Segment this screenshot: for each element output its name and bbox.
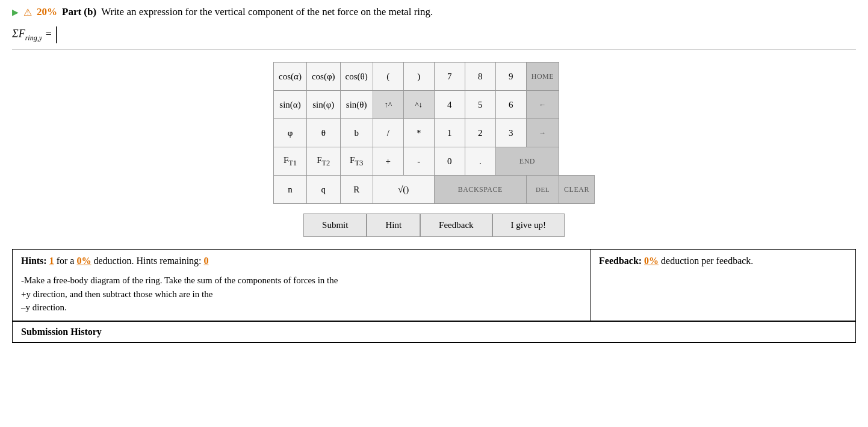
keypad-1[interactable]: 1 <box>435 119 465 147</box>
part-header: ▶ ⚠ 20% Part (b) Write an expression for… <box>12 6 856 18</box>
hint-line-2: +y direction, and then subtract those wh… <box>21 287 581 301</box>
submit-button[interactable]: Submit <box>303 214 367 237</box>
keypad-table: cos(α) cos(φ) cos(θ) ( ) 7 <box>273 62 595 204</box>
keypad-b[interactable]: b <box>341 119 373 147</box>
keypad-ft3[interactable]: FT3 <box>341 147 373 175</box>
keypad-cell: FT2 <box>306 147 340 176</box>
hints-section: Hints: 1 for a 0% deduction. Hints remai… <box>13 250 591 321</box>
hint-text: -Make a free-body diagram of the ring. T… <box>21 274 581 315</box>
keypad-minus[interactable]: - <box>404 147 434 175</box>
feedback-label: Feedback: <box>599 256 642 266</box>
keypad-close-paren[interactable]: ) <box>404 63 434 90</box>
keypad-sin-phi[interactable]: sin(φ) <box>307 91 340 118</box>
give-up-button[interactable]: I give up! <box>492 214 565 237</box>
keypad-cell: n <box>274 176 307 204</box>
answer-input[interactable] <box>56 26 856 43</box>
keypad-4[interactable]: 4 <box>435 91 465 118</box>
keypad-cell: FT1 <box>274 147 307 176</box>
keypad-cell: ^↓ <box>403 91 434 119</box>
keypad-divide[interactable]: / <box>373 119 403 147</box>
keypad-cell: * <box>403 119 434 147</box>
keypad-cos-phi[interactable]: cos(φ) <box>307 63 340 90</box>
keypad-cell-clear: CLEAR <box>559 176 595 204</box>
keypad-cell: cos(θ) <box>340 63 373 91</box>
hints-deduction-percent: 0% <box>76 256 91 266</box>
submission-history-title: Submission History <box>21 327 102 337</box>
hints-label: Hints: <box>21 256 47 266</box>
keypad-superscript-up[interactable]: ↑^ <box>373 91 403 118</box>
keypad-cell: ) <box>403 63 434 91</box>
keypad-r[interactable]: R <box>341 176 373 203</box>
keypad-row-2: sin(α) sin(φ) sin(θ) ↑^ ^↓ 4 <box>274 91 595 119</box>
hints-deduction-suffix: deduction. Hints remaining: <box>93 256 201 266</box>
keypad-row-1: cos(α) cos(φ) cos(θ) ( ) 7 <box>274 63 595 91</box>
keypad-sin-alpha[interactable]: sin(α) <box>274 91 306 118</box>
keypad-sqrt[interactable]: √() <box>373 176 434 203</box>
keypad-cell: 7 <box>434 63 465 91</box>
keypad-3[interactable]: 3 <box>496 119 526 147</box>
keypad-dot[interactable]: . <box>465 147 495 175</box>
action-buttons: Submit Hint Feedback I give up! <box>12 214 856 237</box>
keypad-n[interactable]: n <box>274 176 306 203</box>
hints-header: Hints: 1 for a 0% deduction. Hints remai… <box>21 256 581 266</box>
keypad-cell: 0 <box>434 147 465 176</box>
warning-icon: ⚠ <box>23 7 32 18</box>
keypad-row-3: φ θ b / * 1 <box>274 119 595 147</box>
keypad-cos-theta[interactable]: cos(θ) <box>341 63 373 90</box>
keypad-0[interactable]: 0 <box>435 147 465 175</box>
keypad-8[interactable]: 8 <box>465 63 495 90</box>
keypad-7[interactable]: 7 <box>435 63 465 90</box>
hints-feedback-row: Hints: 1 for a 0% deduction. Hints remai… <box>12 249 856 321</box>
keypad-cell: φ <box>274 119 307 147</box>
keypad-wrapper: cos(α) cos(φ) cos(θ) ( ) 7 <box>12 62 856 204</box>
keypad-sin-theta[interactable]: sin(θ) <box>341 91 373 118</box>
keypad-home[interactable]: HOME <box>527 63 559 90</box>
keypad-2[interactable]: 2 <box>465 119 495 147</box>
keypad-9[interactable]: 9 <box>496 63 526 90</box>
feedback-button[interactable]: Feedback <box>420 214 492 237</box>
keypad-clear[interactable]: CLEAR <box>559 176 594 203</box>
keypad-backspace[interactable]: BACKSPACE <box>435 176 526 203</box>
keypad-del[interactable]: DEL <box>527 176 559 203</box>
keypad-q[interactable]: q <box>307 176 340 203</box>
keypad-cell: cos(α) <box>274 63 307 91</box>
keypad-cell: 1 <box>434 119 465 147</box>
hint-line-3: –y direction. <box>21 301 581 315</box>
keypad-cell: / <box>373 119 403 147</box>
keypad-cell: ← <box>526 91 559 119</box>
keypad-cell-backspace: BACKSPACE <box>434 176 526 204</box>
play-icon: ▶ <box>12 7 19 17</box>
keypad-forward-arrow[interactable]: → <box>527 119 559 147</box>
keypad-cell: 8 <box>465 63 495 91</box>
hints-for-label: for a <box>57 256 75 266</box>
keypad-theta[interactable]: θ <box>307 119 340 147</box>
keypad-cell: 5 <box>465 91 495 119</box>
keypad-cell: - <box>403 147 434 176</box>
keypad-cell-del: DEL <box>526 176 559 204</box>
keypad-cell: 3 <box>495 119 526 147</box>
keypad-cell: FT3 <box>340 147 373 176</box>
feedback-suffix: deduction per feedback. <box>661 256 753 266</box>
keypad-cell: ↑^ <box>373 91 403 119</box>
part-question: Write an expression for the vertical com… <box>101 6 433 18</box>
keypad-superscript-down[interactable]: ^↓ <box>404 91 434 118</box>
hint-button[interactable]: Hint <box>367 214 420 237</box>
keypad-6[interactable]: 6 <box>496 91 526 118</box>
feedback-percent: 0% <box>644 256 659 266</box>
keypad-row-4: FT1 FT2 FT3 + - 0 <box>274 147 595 176</box>
keypad-cell: cos(φ) <box>306 63 340 91</box>
keypad-ft2[interactable]: FT2 <box>307 147 340 175</box>
keypad-cell: θ <box>306 119 340 147</box>
hint-count: 1 <box>49 256 54 266</box>
keypad-ft1[interactable]: FT1 <box>274 147 306 175</box>
keypad-end[interactable]: END <box>496 147 559 175</box>
keypad-cell: 2 <box>465 119 495 147</box>
feedback-section: Feedback: 0% deduction per feedback. <box>591 250 855 321</box>
keypad-phi[interactable]: φ <box>274 119 306 147</box>
keypad-open-paren[interactable]: ( <box>373 63 403 90</box>
keypad-cos-alpha[interactable]: cos(α) <box>274 63 306 90</box>
keypad-back-arrow[interactable]: ← <box>527 91 559 118</box>
keypad-5[interactable]: 5 <box>465 91 495 118</box>
keypad-multiply[interactable]: * <box>404 119 434 147</box>
keypad-plus[interactable]: + <box>373 147 403 175</box>
